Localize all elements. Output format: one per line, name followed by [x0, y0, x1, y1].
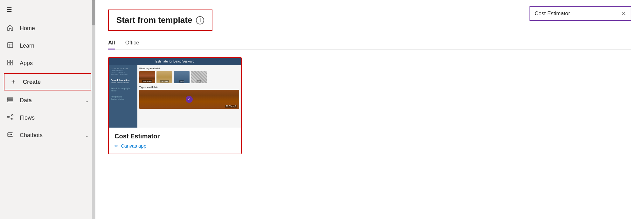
svg-line-13	[9, 116, 12, 117]
main-content: ✕ Start from template i All Office Estim…	[95, 0, 644, 219]
flooring-option-vinyl: Vinyl	[174, 71, 190, 83]
search-box: ✕	[530, 6, 631, 21]
sidebar-item-chatbots[interactable]: Chatbots ⌄	[0, 127, 95, 144]
sidebar-item-label-chatbots: Chatbots	[20, 132, 43, 139]
create-icon: +	[10, 78, 17, 86]
svg-rect-6	[10, 63, 13, 65]
section-title: Start from template	[116, 15, 192, 25]
price-tag: $7.39/sq ft	[225, 105, 237, 108]
svg-rect-8	[7, 99, 13, 100]
chatbots-icon	[6, 131, 14, 140]
sidebar-item-label-data: Data	[20, 97, 32, 104]
sidebar-item-data[interactable]: Data ⌄	[0, 92, 95, 109]
flooring-option-hardwood: Hardwood	[139, 71, 155, 83]
apps-icon	[6, 59, 14, 68]
svg-rect-9	[7, 101, 13, 102]
data-icon	[6, 96, 14, 105]
sidebar-nav: Home Learn Apps	[0, 17, 95, 219]
sidebar-item-label-create: Create	[23, 79, 41, 85]
svg-rect-5	[8, 63, 10, 65]
sidebar: ☰ Home Learn	[0, 0, 95, 219]
sidebar-item-learn[interactable]: Learn	[0, 37, 95, 55]
svg-point-10	[7, 116, 9, 118]
sidebar-header: ☰	[0, 0, 95, 17]
app-preview-left-sidebar: 1/13/2015 12:30 PM David Veskovo1800-212…	[109, 65, 137, 128]
learn-icon	[6, 42, 14, 50]
app-sidebar-item-basic: Basic InformationRoom specifications	[111, 78, 135, 84]
app-sidebar-item-photos: Add photosCapture photos	[111, 95, 135, 101]
sidebar-item-label-learn: Learn	[20, 43, 34, 49]
chevron-down-icon-chatbots: ⌄	[85, 133, 89, 138]
flows-icon	[6, 114, 14, 122]
app-sidebar-item-style: Select flooring styleinterior	[111, 87, 135, 92]
svg-point-18	[11, 134, 12, 135]
info-icon[interactable]: i	[196, 16, 204, 24]
sidebar-item-flows[interactable]: Flows	[0, 109, 95, 127]
svg-point-17	[10, 134, 11, 135]
flooring-options: Hardwood Laminate Vinyl Tile	[139, 71, 239, 83]
scrollbar-thumb	[92, 0, 95, 25]
hamburger-icon[interactable]: ☰	[6, 6, 12, 13]
svg-point-16	[9, 134, 10, 135]
tab-office[interactable]: Office	[125, 40, 139, 49]
types-label: Types available	[139, 86, 239, 89]
info-icon-label: i	[199, 18, 201, 23]
sidebar-item-label-flows: Flows	[20, 115, 35, 121]
search-input[interactable]	[535, 10, 619, 17]
card-info: Cost Estimator ✏ Canvas app	[109, 128, 241, 154]
app-preview-header: Estimate for David Veskovo	[109, 58, 241, 65]
flooring-option-laminate: Laminate	[156, 71, 172, 83]
sidebar-item-home[interactable]: Home	[0, 20, 95, 37]
types-preview: ✓ $7.39/sq ft	[139, 90, 239, 109]
search-box-container: ✕	[530, 6, 631, 21]
app-preview: Estimate for David Veskovo 1/13/2015 12:…	[109, 58, 241, 128]
app-preview-title: Estimate for David Veskovo	[156, 60, 194, 63]
card-preview: Estimate for David Veskovo 1/13/2015 12:…	[109, 58, 241, 128]
svg-point-12	[12, 118, 13, 120]
svg-point-11	[12, 115, 13, 116]
card-title: Cost Estimator	[114, 133, 235, 140]
tab-all[interactable]: All	[108, 40, 115, 49]
tabs: All Office	[108, 40, 631, 50]
sidebar-item-label-home: Home	[20, 25, 35, 32]
card-type: ✏ Canvas app	[114, 143, 235, 149]
svg-rect-4	[10, 60, 13, 62]
flooring-label: Flooring material	[139, 67, 239, 70]
app-preview-main: Flooring material Hardwood Laminate Viny…	[137, 65, 241, 128]
template-card-cost-estimator[interactable]: Estimate for David Veskovo 1/13/2015 12:…	[108, 57, 242, 154]
checkmark-icon: ✓	[186, 96, 193, 103]
svg-line-14	[9, 117, 12, 119]
app-preview-body: 1/13/2015 12:30 PM David Veskovo1800-212…	[109, 65, 241, 128]
app-sidebar-item-1: 1/13/2015 12:30 PM David Veskovo1800-212…	[111, 67, 135, 76]
sidebar-scrollbar[interactable]	[92, 0, 95, 219]
section-header: Start from template i	[108, 10, 212, 31]
search-clear-button[interactable]: ✕	[621, 10, 626, 17]
chevron-down-icon-data: ⌄	[85, 98, 89, 103]
sidebar-item-label-apps: Apps	[20, 60, 33, 67]
sidebar-item-create[interactable]: + Create	[4, 73, 91, 90]
card-type-label: Canvas app	[121, 143, 146, 149]
pencil-icon: ✏	[114, 143, 118, 149]
svg-rect-3	[8, 60, 10, 62]
svg-rect-7	[7, 98, 13, 99]
sidebar-item-apps[interactable]: Apps	[0, 55, 95, 72]
home-icon	[6, 24, 14, 33]
svg-rect-0	[8, 43, 13, 48]
flooring-option-tile: Tile	[191, 71, 207, 83]
cards-grid: Estimate for David Veskovo 1/13/2015 12:…	[108, 57, 631, 154]
